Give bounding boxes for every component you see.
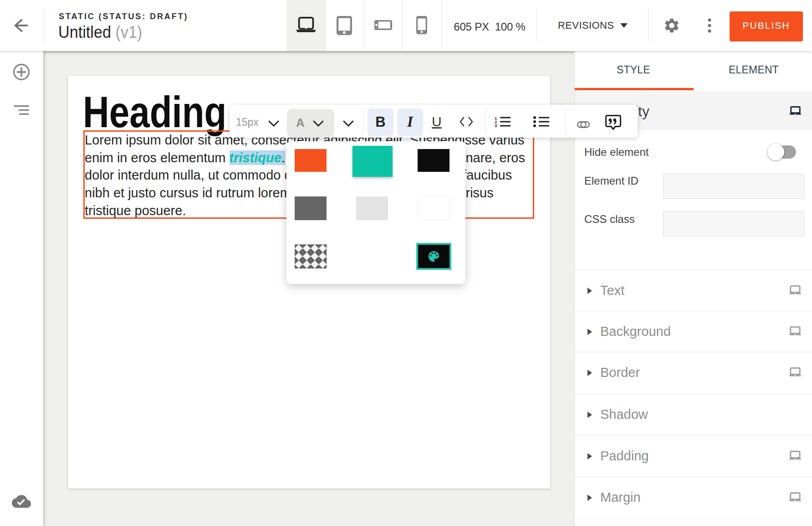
svg-text:3: 3 bbox=[495, 123, 497, 127]
